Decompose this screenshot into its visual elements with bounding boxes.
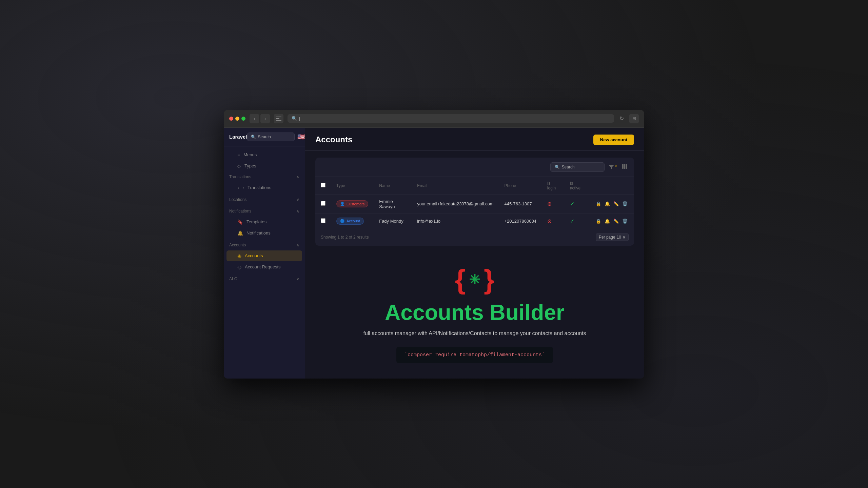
search-icon: 🔍 bbox=[555, 165, 560, 169]
bell-icon: 🔔 bbox=[237, 230, 243, 236]
sidebar-item-account-requests[interactable]: ◎ Account Requests bbox=[226, 262, 302, 272]
notify-button[interactable]: 🔔 bbox=[604, 218, 611, 225]
main-header: Accounts New account bbox=[305, 128, 644, 151]
language-flag[interactable]: 🇺🇸 bbox=[297, 133, 305, 141]
back-button[interactable]: ‹ bbox=[250, 114, 259, 123]
is-active-column-header: Is active bbox=[565, 177, 589, 195]
account-name: Emmie Sawayn bbox=[379, 199, 395, 209]
is-active-status: ✓ bbox=[570, 218, 574, 224]
type-cell: 👤 Customers bbox=[331, 195, 374, 213]
url-text: | bbox=[299, 116, 300, 121]
delete-button[interactable]: 🗑️ bbox=[621, 218, 629, 225]
translations-section-label: Translations bbox=[229, 175, 251, 179]
page-title: Accounts bbox=[315, 135, 352, 144]
sidebar-header: Laravel 🔍 Search 🇺🇸 FM bbox=[224, 128, 305, 146]
maximize-button[interactable] bbox=[241, 117, 245, 121]
sidebar-item-label: Templates bbox=[246, 219, 267, 224]
sidebar-item-menus[interactable]: ≡ Menus bbox=[226, 149, 302, 160]
showing-results-text: Showing 1 to 2 of 2 results bbox=[321, 235, 369, 240]
promo-title: Accounts Builder bbox=[315, 300, 634, 325]
new-account-button[interactable]: New account bbox=[593, 135, 634, 145]
locations-section-header[interactable]: Locations ∨ bbox=[224, 195, 305, 205]
email-cell: info@ax1.io bbox=[412, 213, 499, 229]
sidebar-item-templates[interactable]: 🔖 Templates bbox=[226, 217, 302, 227]
code-text: `composer require tomatophp/filament-acc… bbox=[405, 352, 545, 358]
user-request-icon: ◎ bbox=[237, 264, 241, 270]
chevron-down-icon: ∨ bbox=[296, 197, 299, 202]
app-layout: Laravel 🔍 Search 🇺🇸 FM ≡ Menus bbox=[224, 128, 644, 379]
lock-button[interactable]: 🔒 bbox=[595, 200, 602, 207]
alc-section: ALC ∨ bbox=[224, 274, 305, 284]
sidebar-toggle-button[interactable] bbox=[274, 114, 283, 123]
search-placeholder: Search bbox=[562, 165, 575, 169]
right-brace: } bbox=[484, 266, 494, 293]
user-circle-icon: ◉ bbox=[237, 253, 241, 259]
svg-rect-1 bbox=[276, 118, 279, 119]
url-bar[interactable]: 🔍 | bbox=[288, 114, 614, 123]
minimize-button[interactable] bbox=[235, 117, 239, 121]
asterisk-icon: ✳ bbox=[469, 273, 480, 286]
type-label: Customers bbox=[347, 202, 364, 206]
sidebar-item-types[interactable]: ◇ Types bbox=[226, 161, 302, 171]
notify-button[interactable]: 🔔 bbox=[604, 200, 611, 207]
filter-button[interactable]: 0 bbox=[607, 162, 618, 172]
row-actions-cell: 🔒 🔔 ✏️ 🗑️ bbox=[589, 195, 634, 213]
select-all-checkbox[interactable] bbox=[321, 183, 326, 187]
is-login-column-header: Is login bbox=[542, 177, 565, 195]
row-checkbox[interactable] bbox=[321, 218, 326, 223]
window-control-button[interactable]: ⊞ bbox=[629, 114, 639, 123]
name-cell: Emmie Sawayn bbox=[374, 195, 412, 213]
account-phone: 445-763-1307 bbox=[505, 201, 532, 206]
sidebar-item-accounts[interactable]: ◉ Accounts bbox=[226, 250, 302, 261]
notifications-section-label: Notifications bbox=[229, 209, 251, 214]
translations-section-header[interactable]: Translations ∧ bbox=[224, 172, 305, 182]
notifications-section-header[interactable]: Notifications ∧ bbox=[224, 206, 305, 216]
accounts-section-label: Accounts bbox=[229, 243, 246, 247]
forward-button[interactable]: › bbox=[260, 114, 270, 123]
header-actions: 🔍 Search 🇺🇸 FM bbox=[247, 133, 305, 141]
is-active-cell: ✓ bbox=[565, 213, 589, 229]
alc-section-header[interactable]: ALC ∨ bbox=[224, 274, 305, 284]
is-active-cell: ✓ bbox=[565, 195, 589, 213]
traffic-lights bbox=[229, 117, 245, 121]
diamond-icon: ◇ bbox=[237, 163, 241, 169]
sidebar: Laravel 🔍 Search 🇺🇸 FM ≡ Menus bbox=[224, 128, 305, 379]
notifications-section: Notifications ∧ 🔖 Templates 🔔 Notificati… bbox=[224, 206, 305, 239]
translation-icon: ⟷ bbox=[237, 185, 244, 190]
install-command[interactable]: `composer require tomatophp/filament-acc… bbox=[396, 347, 553, 363]
table-header-row: Type Name Email Phone Is login Is active bbox=[315, 177, 634, 195]
account-name: Fady Mondy bbox=[379, 219, 403, 224]
svg-rect-5 bbox=[626, 164, 627, 169]
sidebar-item-translations[interactable]: ⟷ Translations bbox=[226, 182, 302, 193]
row-checkbox[interactable] bbox=[321, 201, 326, 206]
row-actions: 🔒 🔔 ✏️ 🗑️ bbox=[595, 200, 629, 207]
is-login-status: ⊗ bbox=[547, 201, 552, 207]
sidebar-item-label: Account Requests bbox=[245, 264, 281, 269]
phone-cell: 445-763-1307 bbox=[499, 195, 542, 213]
global-search-input[interactable]: 🔍 Search bbox=[247, 133, 295, 141]
accounts-table: Type Name Email Phone Is login Is active bbox=[315, 177, 634, 229]
delete-button[interactable]: 🗑️ bbox=[621, 200, 629, 207]
refresh-button[interactable]: ↻ bbox=[618, 114, 625, 123]
edit-button[interactable]: ✏️ bbox=[612, 218, 620, 225]
edit-button[interactable]: ✏️ bbox=[612, 200, 620, 207]
row-actions-cell: 🔒 🔔 ✏️ 🗑️ bbox=[589, 213, 634, 229]
app-logo: Laravel bbox=[229, 134, 247, 140]
close-button[interactable] bbox=[229, 117, 233, 121]
is-active-status: ✓ bbox=[570, 201, 574, 207]
accounts-section-header[interactable]: Accounts ∧ bbox=[224, 240, 305, 250]
alc-section-label: ALC bbox=[229, 277, 237, 281]
per-page-select[interactable]: Per page 10 ∨ bbox=[596, 233, 629, 241]
is-login-status: ⊗ bbox=[547, 218, 552, 224]
lock-button[interactable]: 🔒 bbox=[595, 218, 602, 225]
chevron-down-icon: ∨ bbox=[623, 235, 626, 240]
main-content: Accounts New account 🔍 Search bbox=[305, 128, 644, 379]
chevron-up-icon: ∧ bbox=[296, 175, 299, 179]
sidebar-item-label: Menus bbox=[243, 152, 257, 157]
svg-rect-2 bbox=[276, 120, 281, 121]
per-page-value: 10 bbox=[617, 235, 621, 240]
sidebar-item-label: Translations bbox=[248, 185, 271, 190]
table-search-input[interactable]: 🔍 Search bbox=[550, 162, 605, 172]
sidebar-item-notifications[interactable]: 🔔 Notifications bbox=[226, 228, 302, 239]
columns-button[interactable] bbox=[620, 162, 629, 172]
